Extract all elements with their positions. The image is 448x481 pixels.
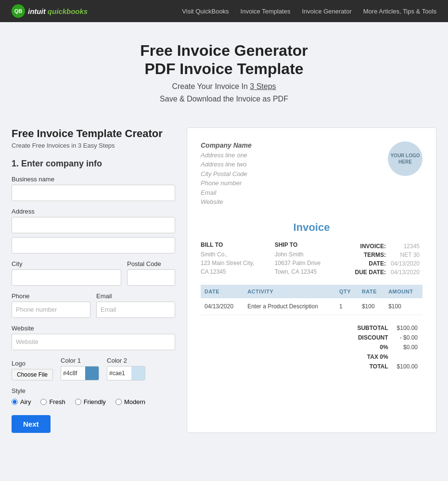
- meta-date-value: 04/13/2020: [389, 260, 422, 267]
- business-name-group: Business name: [12, 176, 175, 201]
- address1-input[interactable]: [12, 217, 175, 233]
- meta-invoice-value: 12345: [389, 242, 422, 250]
- address2-input[interactable]: [12, 237, 175, 253]
- website-input[interactable]: [12, 334, 175, 350]
- phone-email-row: Phone Email: [12, 292, 175, 325]
- logo-label: Logo: [12, 360, 53, 367]
- nav-invoice-templates[interactable]: Invoice Templates: [241, 8, 291, 15]
- total-total-row: TOTAL $100.00: [353, 362, 422, 371]
- panel-title: Free Invoice Template Creator: [12, 127, 175, 140]
- meta-date-key: DATE:: [353, 260, 388, 267]
- steps-link[interactable]: 3 Steps: [250, 82, 276, 90]
- invoice-company-info: Company Name Address line one Address li…: [201, 141, 252, 207]
- discount-value: - $0.00: [393, 333, 422, 342]
- meta-invoice-key: INVOICE:: [353, 242, 388, 250]
- invoice-ship-to: SHIP TO John Smith 10637 Palm Drive Town…: [275, 241, 349, 277]
- style-option-friendly[interactable]: Friendly: [75, 398, 106, 405]
- total-label: TOTAL: [353, 362, 392, 371]
- choose-file-button[interactable]: Choose File: [12, 369, 53, 380]
- color1-input-wrap: #4c8f: [61, 366, 99, 380]
- email-input[interactable]: [96, 302, 175, 318]
- invoice-email: Email: [201, 188, 252, 198]
- website-label: Website: [12, 325, 175, 332]
- postal-group: Postal Code: [127, 260, 175, 286]
- invoice-header: Company Name Address line one Address li…: [201, 141, 422, 207]
- th-amount: AMOUNT: [384, 285, 422, 298]
- bill-line-1: Smith Co.,: [201, 250, 275, 259]
- nav-visit-quickbooks[interactable]: Visit QuickBooks: [182, 8, 229, 15]
- meta-row-date: DATE: 04/13/2020: [353, 260, 422, 267]
- postal-label: Postal Code: [127, 260, 175, 267]
- style-label: Style: [12, 387, 175, 394]
- invoice-table: DATE ACTIVITY QTY RATE AMOUNT 04/13/2020…: [201, 285, 422, 315]
- bill-line-2: 123 Main Street City,: [201, 259, 275, 267]
- tax-pct-label: 0%: [353, 343, 392, 352]
- ship-line-2: 10637 Palm Drive: [275, 259, 349, 267]
- business-name-input[interactable]: [12, 185, 175, 201]
- totals-table: SUBTOTAL $100.00 DISCOUNT - $0.00 0% $0.…: [352, 323, 422, 372]
- phone-input[interactable]: [12, 302, 90, 318]
- color1-swatch[interactable]: [85, 366, 99, 380]
- invoice-phone: Phone number: [201, 178, 252, 188]
- hero-section: Free Invoice Generator PDF Invoice Templ…: [0, 22, 448, 118]
- tax-label: TAX 0%: [353, 353, 392, 361]
- color2-input-wrap: #cae1: [107, 366, 145, 380]
- style-option-fresh[interactable]: Fresh: [40, 398, 65, 405]
- meta-terms-value: NET 30: [389, 251, 422, 259]
- city-input[interactable]: [12, 269, 121, 286]
- invoice-totals: SUBTOTAL $100.00 DISCOUNT - $0.00 0% $0.…: [201, 323, 422, 372]
- invoice-meta-table: INVOICE: 12345 TERMS: NET 30 DATE: 04/13…: [352, 241, 423, 277]
- th-rate: RATE: [358, 285, 384, 298]
- subtotal-value: $100.00: [393, 324, 422, 332]
- brand-name: intuit quickbooks: [28, 7, 88, 15]
- invoice-bill-ship: BILL TO Smith Co., 123 Main Street City,…: [201, 241, 422, 277]
- color2-swatch[interactable]: [131, 366, 145, 380]
- next-button[interactable]: Next: [12, 415, 51, 433]
- discount-label: DISCOUNT: [353, 333, 392, 342]
- city-postal-row: City Postal Code: [12, 260, 175, 292]
- style-option-fresh-label: Fresh: [49, 398, 65, 405]
- style-radio-airy[interactable]: [12, 399, 18, 405]
- email-group: Email: [96, 292, 175, 318]
- brand-intuit: intuit: [28, 7, 48, 15]
- bill-to-label: BILL TO: [201, 241, 275, 248]
- ship-line-1: John Smith: [275, 250, 349, 259]
- style-radio-friendly[interactable]: [75, 399, 81, 405]
- meta-row-terms: TERMS: NET 30: [353, 251, 422, 259]
- navbar: QB intuit quickbooks Visit QuickBooks In…: [0, 0, 448, 22]
- meta-row-due: DUE DATE: 04/13/2020: [353, 268, 422, 276]
- address-group: Address: [12, 208, 175, 253]
- table-header-row: DATE ACTIVITY QTY RATE AMOUNT: [201, 285, 422, 298]
- color1-group: Color 1 #4c8f: [61, 357, 99, 380]
- invoice-logo-placeholder: YOUR LOGO HERE: [388, 141, 422, 176]
- postal-input[interactable]: [127, 269, 175, 286]
- left-panel: Free Invoice Template Creator Create Fre…: [12, 127, 175, 433]
- invoice-address1: Address line one: [201, 151, 252, 160]
- row-amount: $100: [384, 298, 422, 315]
- style-option-friendly-label: Friendly: [84, 398, 106, 405]
- total-subtotal-row: SUBTOTAL $100.00: [353, 324, 422, 332]
- invoice-table-head: DATE ACTIVITY QTY RATE AMOUNT: [201, 285, 422, 298]
- city-group: City: [12, 260, 121, 286]
- email-label: Email: [96, 292, 175, 300]
- nav-invoice-generator[interactable]: Invoice Generator: [302, 8, 351, 15]
- invoice-bill-to: BILL TO Smith Co., 123 Main Street City,…: [201, 241, 275, 277]
- style-option-modern[interactable]: Modern: [115, 398, 145, 405]
- invoice-table-body: 04/13/2020 Enter a Product Description 1…: [201, 298, 422, 315]
- invoice-address2: Address line two: [201, 160, 252, 169]
- tax-pct-value: $0.00: [393, 343, 422, 352]
- invoice-website: Website: [201, 197, 252, 207]
- row-rate: $100: [358, 298, 384, 315]
- logo: QB intuit quickbooks: [12, 4, 88, 18]
- logo-color-row: Logo Choose File Color 1 #4c8f Color 2 #…: [12, 357, 175, 380]
- invoice-meta: INVOICE: 12345 TERMS: NET 30 DATE: 04/13…: [348, 241, 422, 277]
- color1-label: Color 1: [61, 357, 99, 364]
- style-option-airy-label: Airy: [20, 398, 31, 405]
- nav-more-articles[interactable]: More Articles, Tips & Tools: [363, 8, 436, 15]
- style-option-airy[interactable]: Airy: [12, 398, 31, 405]
- row-activity: Enter a Product Description: [243, 298, 335, 315]
- color2-group: Color 2 #cae1: [107, 357, 145, 380]
- style-radio-fresh[interactable]: [40, 399, 47, 405]
- tax-value: [393, 353, 422, 361]
- style-radio-modern[interactable]: [115, 399, 122, 405]
